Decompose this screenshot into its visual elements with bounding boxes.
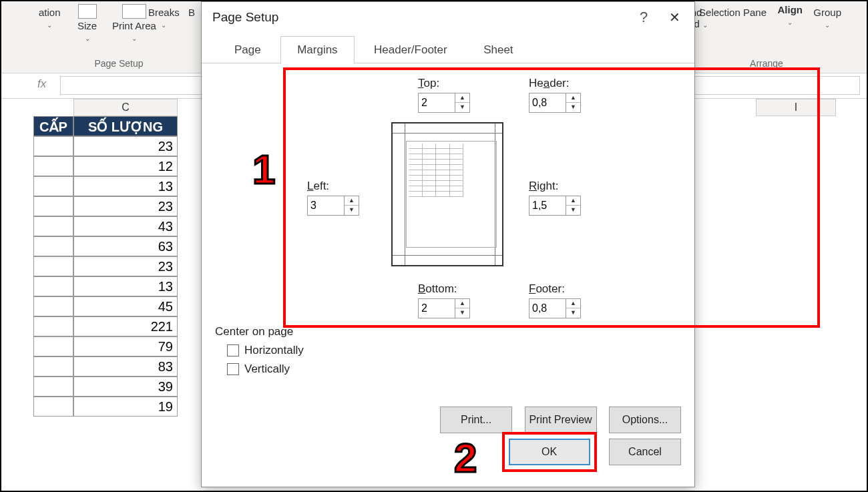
cell-c[interactable]: 43 — [73, 216, 178, 236]
cell-b[interactable] — [33, 196, 73, 216]
input-bottom[interactable] — [419, 299, 452, 318]
spin-header[interactable]: ▲▼ — [529, 93, 581, 113]
cell-c[interactable]: 23 — [73, 136, 178, 156]
center-on-page-label: Center on page — [215, 325, 304, 338]
spin-right[interactable]: ▲▼ — [529, 196, 581, 216]
cell-c[interactable]: 83 — [73, 356, 178, 377]
spin-down-icon[interactable]: ▼ — [455, 308, 469, 318]
label-bottom: Bottom: — [418, 282, 470, 296]
cell-c[interactable]: 63 — [73, 236, 178, 256]
dialog-title: Page Setup — [202, 2, 694, 35]
dialog-action-row: Print... Print Preview Options... — [202, 407, 681, 433]
close-button[interactable]: ✕ — [661, 7, 688, 30]
tab-margins[interactable]: Margins — [280, 36, 354, 64]
cell-b[interactable] — [33, 336, 73, 356]
spin-top[interactable]: ▲▼ — [418, 93, 470, 113]
input-left[interactable] — [308, 196, 341, 215]
spin-down-icon[interactable]: ▼ — [566, 103, 580, 112]
cell-b[interactable] — [33, 176, 73, 196]
ribbon-orientation[interactable]: ation⌄ — [39, 7, 61, 29]
ribbon-label: Align — [778, 4, 803, 15]
ribbon-group-page-setup: Page Setup — [79, 58, 159, 69]
cell-c[interactable]: 12 — [73, 156, 178, 176]
column-header-c[interactable]: C — [73, 99, 178, 116]
checkbox-horizontally[interactable]: Horizontally — [227, 344, 304, 357]
spin-up-icon[interactable]: ▲ — [345, 196, 359, 206]
table-header-c: SỐ LƯỢNG — [73, 116, 178, 136]
preview-body — [406, 141, 497, 248]
ok-button[interactable]: OK — [509, 439, 590, 465]
spin-up-icon[interactable]: ▲ — [455, 299, 469, 308]
label-header: Header: — [529, 77, 581, 90]
cell-b[interactable] — [33, 316, 73, 336]
ribbon-size[interactable]: Size⌄ — [77, 4, 97, 43]
cell-b[interactable] — [33, 136, 73, 156]
tab-header-footer[interactable]: Header/Footer — [357, 36, 464, 64]
ribbon-align[interactable]: Align⌄ — [778, 4, 803, 27]
ribbon-label: Size — [77, 20, 97, 31]
help-button[interactable]: ? — [633, 9, 654, 26]
input-header[interactable] — [529, 93, 563, 112]
spin-down-icon[interactable]: ▼ — [566, 308, 580, 318]
field-left: Left: ▲▼ — [307, 180, 359, 216]
ribbon-label: Selection Pane — [699, 7, 767, 18]
print-preview-button[interactable]: Print Preview — [525, 407, 597, 433]
chevron-down-icon: ⌄ — [132, 35, 137, 42]
size-icon — [78, 4, 97, 19]
cell-c[interactable]: 45 — [73, 296, 178, 316]
cell-b[interactable] — [33, 296, 73, 316]
cell-b[interactable] — [33, 377, 73, 397]
spin-up-icon[interactable]: ▲ — [566, 299, 580, 308]
cell-b[interactable] — [33, 356, 73, 377]
dialog-tabs: Page Margins Header/Footer Sheet — [202, 35, 694, 63]
cell-b[interactable] — [33, 276, 73, 296]
center-on-page-group: Center on page Horizontally Vertically — [215, 325, 304, 376]
field-footer: Footer: ▲▼ — [529, 282, 581, 318]
input-top[interactable] — [419, 93, 452, 112]
cell-b[interactable] — [33, 397, 73, 417]
label-right: Right: — [529, 180, 581, 193]
ribbon-group[interactable]: Group⌄ — [813, 7, 841, 29]
dialog-confirm-row: OK Cancel — [202, 432, 681, 472]
cell-b[interactable] — [33, 156, 73, 176]
cell-c[interactable]: 23 — [73, 256, 178, 276]
ribbon-selection-pane[interactable]: Selection Pane — [699, 7, 767, 18]
cell-c[interactable]: 79 — [73, 336, 178, 356]
checkbox-label: Horizontally — [244, 344, 304, 357]
tab-sheet[interactable]: Sheet — [467, 36, 529, 64]
spin-up-icon[interactable]: ▲ — [455, 93, 469, 103]
preview-line — [405, 124, 405, 265]
ribbon-breaks[interactable]: Breaks⌄ — [148, 7, 180, 29]
cell-c[interactable]: 23 — [73, 196, 178, 216]
spin-down-icon[interactable]: ▼ — [566, 206, 580, 215]
cancel-button[interactable]: Cancel — [609, 439, 681, 465]
spin-footer[interactable]: ▲▼ — [529, 298, 581, 318]
cell-b[interactable] — [33, 216, 73, 236]
spin-left[interactable]: ▲▼ — [307, 196, 359, 216]
tab-page[interactable]: Page — [218, 36, 278, 64]
ribbon-label: B — [188, 7, 195, 18]
cell-b[interactable] — [33, 236, 73, 256]
input-right[interactable] — [529, 196, 563, 215]
chevron-down-icon: ⌄ — [85, 35, 90, 42]
spin-up-icon[interactable]: ▲ — [566, 93, 580, 103]
spin-down-icon[interactable]: ▼ — [455, 103, 469, 112]
cell-c[interactable]: 221 — [73, 316, 178, 336]
table-header-b: CẤP — [33, 116, 73, 136]
cell-b[interactable] — [33, 256, 73, 276]
chevron-down-icon: ⌄ — [825, 21, 830, 29]
spin-up-icon[interactable]: ▲ — [566, 196, 580, 206]
page-setup-dialog: Page Setup ? ✕ Page Margins Header/Foote… — [201, 1, 695, 487]
cell-c[interactable]: 19 — [73, 397, 178, 417]
input-footer[interactable] — [529, 299, 563, 318]
annotation-2: 2 — [454, 434, 477, 481]
spin-bottom[interactable]: ▲▼ — [418, 298, 470, 318]
label-top: Top: — [418, 77, 470, 90]
options-button[interactable]: Options... — [609, 407, 681, 433]
cell-c[interactable]: 39 — [73, 377, 178, 397]
cell-c[interactable]: 13 — [73, 276, 178, 296]
spin-down-icon[interactable]: ▼ — [345, 206, 359, 215]
checkbox-vertically[interactable]: Vertically — [227, 362, 304, 376]
cell-c[interactable]: 13 — [73, 176, 178, 196]
print-button[interactable]: Print... — [440, 407, 512, 433]
